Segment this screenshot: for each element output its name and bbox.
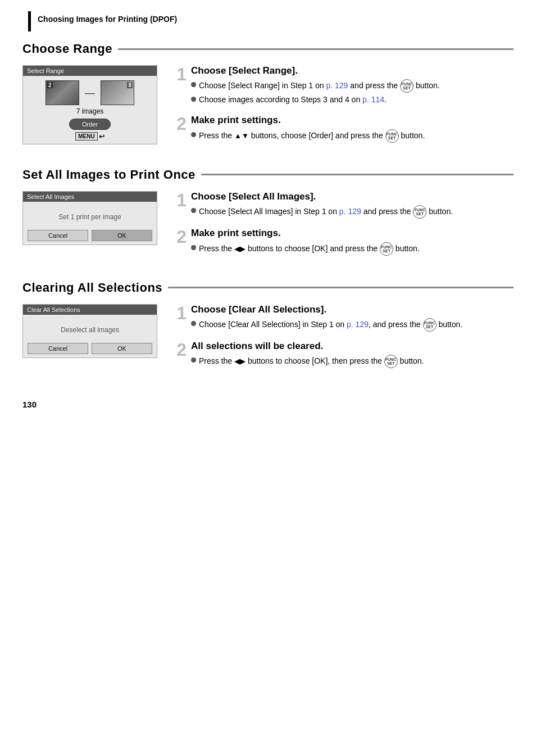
step-bullets-1: Choose [Select Range] in Step 1 on p. 12… <box>191 79 514 106</box>
section-choose-range: Choose Range Select Range 2 — 8 7 images <box>22 42 514 152</box>
step-bullets-ca-1: Choose [Clear All Selections] in Step 1 … <box>191 318 514 332</box>
arrow-left-right-icon-1: ◀▶ <box>234 245 246 253</box>
screen-images-label: 7 images <box>23 107 157 119</box>
step-content-ca-2: All selections will be cleared. Press th… <box>191 341 514 369</box>
func-btn-icon-ca2: FUNCSET <box>384 355 398 368</box>
step-number-ca-1: 1 <box>171 304 187 333</box>
bullet-icon <box>191 97 196 102</box>
screen-image-left: 2 <box>46 80 79 105</box>
step-number-1: 1 <box>171 65 187 107</box>
step-content-sa-2: Make print settings. Press the ◀▶ button… <box>191 228 514 256</box>
screen-label-set-all: Set 1 print per image <box>28 205 152 230</box>
screen-inner-clear-all: Deselect all images Cancel OK <box>23 315 157 357</box>
section-header-set-all: Set All Images to Print Once <box>22 168 514 182</box>
link-p129-1[interactable]: p. 129 <box>326 81 348 90</box>
bullet-sa-1-1: Choose [Select All Images] in Step 1 on … <box>191 205 514 219</box>
screen-select-range: Select Range 2 — 8 7 images Order MENU <box>22 65 157 152</box>
step-content-1: Choose [Select Range]. Choose [Select Ra… <box>191 65 514 107</box>
section-clearing-all: Clearing All Selections Clear All Select… <box>22 280 514 378</box>
arrow-up-down-icon: ▲▼ <box>234 132 249 140</box>
screen-ok-btn-ca: OK <box>92 343 152 354</box>
screen-topbar-select-all: Select All Images <box>23 192 157 202</box>
step-number-2: 2 <box>171 115 187 143</box>
step-number-sa-2: 2 <box>171 228 187 256</box>
screen-order-btn: Order <box>69 119 111 130</box>
screen-inner-select-all: Set 1 print per image Cancel OK <box>23 202 157 245</box>
screen-buttons-clear-all: Cancel OK <box>28 343 152 354</box>
screen-topbar-clear-all: Clear All Selections <box>23 305 157 315</box>
bullet-text-ca-1-1: Choose [Clear All Selections] in Step 1 … <box>199 318 462 332</box>
bullet-icon <box>191 132 196 137</box>
step-bullets-sa-2: Press the ◀▶ buttons to choose [OK] and … <box>191 242 514 256</box>
screen-mockup-select-range: Select Range 2 — 8 7 images Order MENU <box>22 65 157 144</box>
screen-image-right: 8 <box>101 80 134 105</box>
step-choose-range-1: 1 Choose [Select Range]. Choose [Select … <box>171 65 514 107</box>
screen-clear-all: Clear All Selections Deselect all images… <box>22 304 157 378</box>
func-btn-icon-2: FUNCSET <box>385 129 399 143</box>
section-body-choose-range: Select Range 2 — 8 7 images Order MENU <box>22 65 514 152</box>
bullet-2-1: Press the ▲▼ buttons, choose [Order] and… <box>191 129 514 143</box>
header-bar <box>28 11 31 31</box>
step-bullets-2: Press the ▲▼ buttons, choose [Order] and… <box>191 129 514 143</box>
steps-choose-range: 1 Choose [Select Range]. Choose [Select … <box>171 65 514 152</box>
section-title-choose-range: Choose Range <box>22 42 112 56</box>
bullet-icon <box>191 357 196 363</box>
bullet-1-1: Choose [Select Range] in Step 1 on p. 12… <box>191 79 514 93</box>
step-content-2: Make print settings. Press the ▲▼ button… <box>191 115 514 143</box>
screen-label-clear-all: Deselect all images <box>28 318 152 343</box>
screen-buttons-set-all: Cancel OK <box>28 230 152 241</box>
step-set-all-2: 2 Make print settings. Press the ◀▶ butt… <box>171 228 514 256</box>
screen-mockup-select-all: Select All Images Set 1 print per image … <box>22 191 157 245</box>
arrow-left-right-icon-2: ◀▶ <box>234 357 246 366</box>
screen-images-row: 2 — 8 <box>23 76 157 107</box>
bullet-ca-2-1: Press the ◀▶ buttons to choose [OK], the… <box>191 355 514 368</box>
screen-cancel-btn: Cancel <box>28 230 88 241</box>
bullet-text-ca-2-1: Press the ◀▶ buttons to choose [OK], the… <box>199 355 424 368</box>
bullet-icon <box>191 208 196 213</box>
section-divider-3 <box>168 287 514 288</box>
step-number-ca-2: 2 <box>171 341 187 369</box>
func-btn-icon: FUNCSET <box>400 79 414 93</box>
section-header-clearing: Clearing All Selections <box>22 280 514 295</box>
bullet-text-sa-2-1: Press the ◀▶ buttons to choose [OK] and … <box>199 242 420 256</box>
step-choose-range-2: 2 Make print settings. Press the ▲▼ butt… <box>171 115 514 143</box>
screen-cancel-btn-ca: Cancel <box>28 343 88 354</box>
step-heading-1: Choose [Select Range]. <box>191 65 514 76</box>
bullet-text-sa-1-1: Choose [Select All Images] in Step 1 on … <box>199 205 453 219</box>
step-clearing-2: 2 All selections will be cleared. Press … <box>171 341 514 369</box>
screen-ok-btn: OK <box>92 230 152 241</box>
step-heading-sa-1: Choose [Select All Images]. <box>191 191 514 202</box>
screen-number-left: 2 <box>47 82 53 88</box>
section-divider-2 <box>201 174 514 175</box>
step-heading-ca-2: All selections will be cleared. <box>191 341 514 352</box>
steps-set-all: 1 Choose [Select All Images]. Choose [Se… <box>171 191 514 265</box>
step-heading-2: Make print settings. <box>191 115 514 126</box>
step-heading-sa-2: Make print settings. <box>191 228 514 239</box>
bullet-text-1-2: Choose images according to Steps 3 and 4… <box>199 94 387 106</box>
func-btn-icon-sa2: FUNCSET <box>380 242 393 256</box>
section-set-all-images: Set All Images to Print Once Select All … <box>22 168 514 265</box>
section-divider <box>118 48 514 50</box>
section-title-set-all: Set All Images to Print Once <box>22 168 196 182</box>
func-btn-icon-sa1: FUNCSET <box>413 205 426 219</box>
section-body-set-all: Select All Images Set 1 print per image … <box>22 191 514 265</box>
screen-menu-back-arrow: ↩ <box>99 133 105 141</box>
step-set-all-1: 1 Choose [Select All Images]. Choose [Se… <box>171 191 514 220</box>
bullet-icon <box>191 321 196 326</box>
screen-mockup-clear-all: Clear All Selections Deselect all images… <box>22 304 157 358</box>
link-p114[interactable]: p. 114 <box>362 95 384 104</box>
screen-number-right: 8 <box>127 82 133 88</box>
step-content-sa-1: Choose [Select All Images]. Choose [Sele… <box>191 191 514 220</box>
section-title-clearing: Clearing All Selections <box>22 280 162 295</box>
link-p129-3[interactable]: p. 129 <box>347 320 369 329</box>
screen-topbar-select-range: Select Range <box>23 66 157 76</box>
link-p129-2[interactable]: p. 129 <box>339 207 361 216</box>
header-title: Choosing Images for Printing (DPOF) <box>38 11 177 24</box>
bullet-text-2-1: Press the ▲▼ buttons, choose [Order] and… <box>199 129 425 143</box>
page-number: 130 <box>22 400 514 409</box>
bullet-text-1-1: Choose [Select Range] in Step 1 on p. 12… <box>199 79 440 93</box>
step-bullets-sa-1: Choose [Select All Images] in Step 1 on … <box>191 205 514 219</box>
bullet-icon <box>191 245 196 250</box>
screen-menu-label: MENU <box>75 132 97 141</box>
bullet-icon <box>191 82 196 87</box>
